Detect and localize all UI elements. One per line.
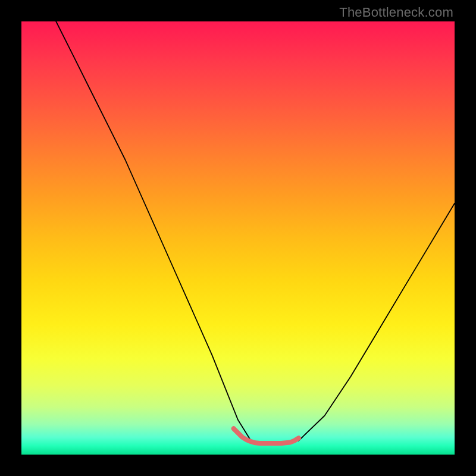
watermark-text: TheBottleneck.com: [339, 5, 453, 20]
plot-gradient-background: [21, 21, 455, 455]
curve-layer: [21, 21, 455, 455]
red-valley-highlight: [234, 428, 299, 443]
black-curve: [56, 21, 455, 443]
chart-frame: TheBottleneck.com: [0, 0, 476, 476]
